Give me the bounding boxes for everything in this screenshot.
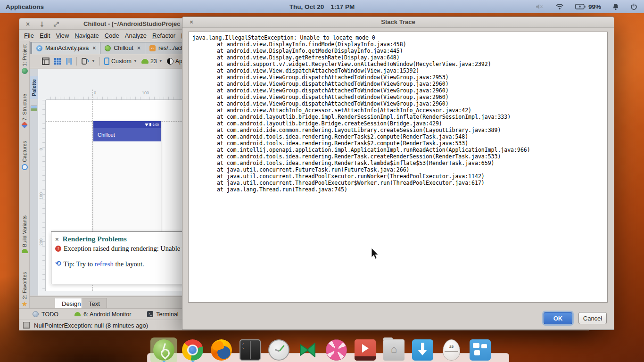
wifi-icon[interactable] — [555, 3, 564, 10]
stack-frame: at com.intellij.openapi.application.impl… — [192, 147, 603, 153]
rotate-device-icon — [81, 58, 90, 65]
applications-menu[interactable]: Applications — [0, 3, 44, 10]
desktop: Applications Thu, Oct 20 1:17 PM 99% — [0, 0, 644, 362]
maximize-window-icon[interactable]: ⤢ — [51, 19, 61, 29]
window-title: Chillout - [~/AndroidStudioProjec — [83, 20, 180, 27]
dock-egg-timer-icon[interactable]: 25 — [441, 339, 462, 361]
sidebar-item-captures[interactable]: Captures — [19, 141, 30, 170]
menu-navigate[interactable]: Navigate — [72, 31, 101, 41]
toolwindow-toggle-icon[interactable] — [23, 322, 30, 329]
egg-timer-label: 25 — [443, 345, 460, 349]
menu-edit[interactable]: Edit — [37, 31, 53, 41]
rendering-error-text: Exception raised during rendering: Unabl… — [64, 245, 187, 253]
tab-mainactivity[interactable]: C MainActivity.java × — [32, 42, 100, 54]
api-level-label: 23 — [150, 58, 157, 65]
volume-muted-icon[interactable] — [536, 3, 544, 10]
rendering-problems-title: Rendering Problems — [63, 235, 127, 243]
minimize-window-icon[interactable]: ⭣ — [37, 19, 47, 29]
dock-video-app-icon[interactable] — [297, 339, 318, 361]
column-view-icon[interactable] — [66, 58, 72, 65]
toolwindow-label: TODO — [41, 311, 58, 318]
close-icon[interactable]: × — [55, 236, 59, 243]
toolwindow-terminal[interactable]: ›_ Terminal — [147, 311, 178, 318]
mouse-cursor — [371, 247, 380, 262]
api-level-selector[interactable]: 23 ▼ — [141, 58, 163, 65]
close-tab-icon[interactable]: × — [137, 45, 140, 51]
sidebar-item-structure[interactable]: 7: Structure — [19, 94, 30, 127]
android-preview[interactable]: 6:00 Chillout ◁ ○ ▢ — [93, 121, 161, 241]
preview-status-bar: 6:00 — [93, 121, 161, 128]
sidebar-item-favorites[interactable]: 2: Favorites ★ — [19, 272, 30, 307]
tab-chillout[interactable]: Chillout × — [100, 42, 145, 54]
menu-refactor[interactable]: Refactor — [149, 31, 178, 41]
ruler-tick-label: 0 — [94, 90, 96, 95]
captures-icon — [22, 164, 28, 170]
stack-frame: at android.view.AttachInfo_Accessor.setA… — [192, 107, 603, 114]
toolwindow-todo[interactable]: TODO — [33, 311, 58, 318]
error-icon: ! — [55, 246, 61, 252]
class-icon: C — [36, 45, 42, 51]
dock-firefox-icon[interactable] — [211, 339, 232, 361]
device-selector[interactable]: Custom ▼ — [104, 58, 137, 65]
preview-clock: 6:00 — [152, 123, 159, 126]
dock-downloads-icon[interactable] — [412, 339, 433, 361]
stack-frame: at android.view.ViewGroup.dispatchAttach… — [192, 81, 603, 87]
ruler-tick-label: 0 — [39, 148, 43, 150]
tab-label: Chillout — [114, 45, 133, 51]
dock-workspaces-icon[interactable] — [470, 339, 491, 361]
vertical-ruler: 0 100 200 — [38, 100, 46, 291]
stack-frame: at android.view.ViewGroup.dispatchAttach… — [192, 100, 603, 107]
dock-lollypop-music-icon[interactable] — [326, 339, 347, 361]
palette-tab[interactable]: Palette — [30, 76, 38, 99]
orientation-button[interactable]: ▼ — [81, 58, 95, 65]
preview-image-icon[interactable] — [31, 106, 37, 111]
stack-frame: at com.android.layoutlib.bridge.Bridge.c… — [192, 120, 603, 127]
layout-structure-icon[interactable] — [42, 58, 50, 65]
dock-android-studio-icon[interactable] — [153, 339, 174, 361]
dock-chrome-icon[interactable] — [182, 339, 203, 361]
dialog-titlebar[interactable]: × Stack Trace — [182, 17, 614, 28]
stack-frame: at java.util.concurrent.FutureTask.run(F… — [192, 166, 603, 173]
ok-button[interactable]: OK — [544, 312, 572, 324]
menu-analyze[interactable]: Analyze — [122, 31, 149, 41]
tab-label: MainActivity.java — [45, 45, 89, 51]
dock-media-player-icon[interactable] — [355, 339, 376, 361]
menu-view[interactable]: View — [53, 31, 72, 41]
left-tool-stripe: 1: Project 7: Structure Captures Build V… — [19, 41, 30, 329]
stack-frame: at com.android.ide.common.rendering.Layo… — [192, 127, 603, 133]
dock-files-home-icon[interactable] — [383, 339, 405, 361]
stripe-label: 1: Project — [22, 44, 27, 66]
toolwindow-android-monitor[interactable]: 6: Android Monitor — [74, 311, 131, 318]
structure-icon — [21, 122, 28, 128]
dock-time-tracker-icon[interactable] — [268, 339, 289, 361]
star-icon: ★ — [21, 301, 27, 307]
menu-file[interactable]: File — [21, 31, 37, 41]
stripe-label: 2: Favorites — [22, 272, 27, 299]
power-icon[interactable] — [630, 3, 637, 10]
phone-icon — [104, 58, 109, 65]
stack-frame: at android.view.DisplayInfo.getMode(Disp… — [192, 48, 603, 54]
rendering-tip-text: Tip: Try to refresh the layout. — [64, 260, 144, 268]
stack-frame: at java.lang.Thread.run(Thread.java:745) — [192, 186, 603, 193]
theme-icon — [167, 58, 173, 65]
refresh-link[interactable]: refresh — [95, 260, 114, 268]
dock: 25 — [153, 339, 491, 361]
panel-date: Thu, Oct 20 — [289, 3, 324, 10]
sidebar-item-project[interactable]: 1: Project — [19, 44, 30, 74]
close-tab-icon[interactable]: × — [92, 45, 96, 51]
panel-clock[interactable]: Thu, Oct 20 1:17 PM — [289, 3, 355, 10]
stack-trace-text[interactable]: java.lang.IllegalStateException: Unable … — [188, 32, 608, 303]
battery-indicator[interactable]: 99% — [575, 3, 601, 10]
notifications-bell-icon[interactable] — [612, 3, 619, 10]
tab-text[interactable]: Text — [82, 298, 107, 309]
grid-view-icon[interactable] — [54, 58, 61, 65]
close-window-icon[interactable]: × — [23, 19, 33, 29]
android-head-icon — [141, 59, 149, 64]
dock-terminal-icon[interactable] — [239, 339, 261, 361]
stack-frame: at com.android.tools.idea.rendering.Rend… — [192, 160, 603, 166]
preview-app-title: Chillout — [98, 132, 115, 138]
menu-code[interactable]: Code — [102, 31, 122, 41]
stack-trace-dialog: × Stack Trace java.lang.IllegalStateExce… — [182, 16, 614, 330]
cancel-button[interactable]: Cancel — [578, 312, 607, 324]
sidebar-item-build-variants[interactable]: Build Variants — [19, 215, 30, 253]
